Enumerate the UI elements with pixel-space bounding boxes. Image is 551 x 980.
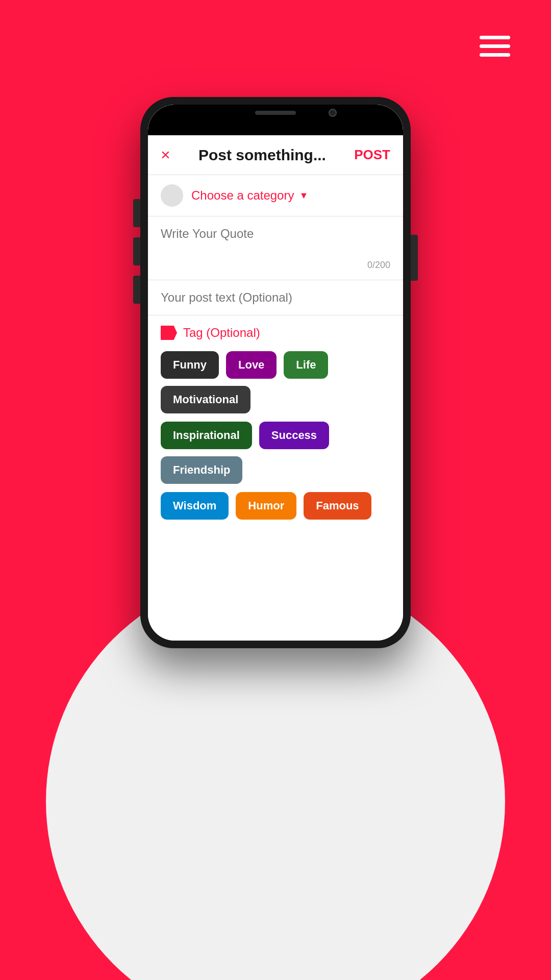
tags-row-1: Funny Love Life Motivational (161, 351, 390, 413)
app-header: × Post something... POST (148, 135, 403, 175)
page-title: Post something... (198, 146, 326, 164)
post-button[interactable]: POST (354, 147, 390, 163)
tag-inspirational[interactable]: Inspirational (161, 422, 252, 449)
category-placeholder: Choose a category (191, 188, 294, 203)
close-button[interactable]: × (161, 145, 170, 164)
app-content: × Post something... POST Choose a catego… (148, 135, 403, 641)
tag-motivational[interactable]: Motivational (161, 386, 251, 413)
category-row: Choose a category ▼ (148, 175, 403, 216)
user-avatar (161, 184, 183, 207)
tag-icon (161, 326, 177, 340)
chevron-down-icon: ▼ (299, 190, 308, 201)
quote-input[interactable] (161, 227, 390, 255)
tag-label: Tag (Optional) (183, 326, 260, 340)
post-text-area (148, 280, 403, 315)
menu-bar-1 (480, 36, 510, 39)
tag-love[interactable]: Love (226, 351, 277, 379)
tag-life[interactable]: Life (284, 351, 328, 379)
front-camera (329, 109, 337, 117)
post-text-input[interactable] (161, 290, 390, 305)
hamburger-menu[interactable] (480, 36, 510, 57)
tag-friendship[interactable]: Friendship (161, 456, 242, 484)
tags-row-2: Inspirational Success Friendship (161, 422, 390, 484)
category-dropdown[interactable]: Choose a category ▼ (191, 188, 308, 203)
tag-funny[interactable]: Funny (161, 351, 219, 379)
phone-screen: × Post something... POST Choose a catego… (148, 105, 403, 641)
tag-success[interactable]: Success (259, 422, 329, 449)
tag-humor[interactable]: Humor (236, 492, 296, 520)
tag-famous[interactable]: Famous (304, 492, 371, 520)
volume-up-button (133, 199, 140, 227)
tag-wisdom[interactable]: Wisdom (161, 492, 229, 520)
phone-device: × Post something... POST Choose a catego… (140, 97, 411, 648)
tags-grid: Funny Love Life Motivational Inspiration… (161, 351, 390, 520)
menu-bar-3 (480, 53, 510, 57)
menu-bar-2 (480, 44, 510, 48)
quote-area: 0/200 (148, 216, 403, 280)
char-count: 0/200 (161, 257, 390, 276)
speaker (255, 111, 296, 115)
tags-row-3: Wisdom Humor Famous (161, 492, 390, 520)
tag-section: Tag (Optional) Funny Love Life Motivatio… (148, 315, 403, 530)
tag-header: Tag (Optional) (161, 326, 390, 340)
power-button (411, 235, 418, 281)
volume-down-button (133, 237, 140, 265)
mute-button (133, 276, 140, 304)
notch-area (148, 105, 403, 135)
phone-shell: × Post something... POST Choose a catego… (140, 97, 411, 648)
